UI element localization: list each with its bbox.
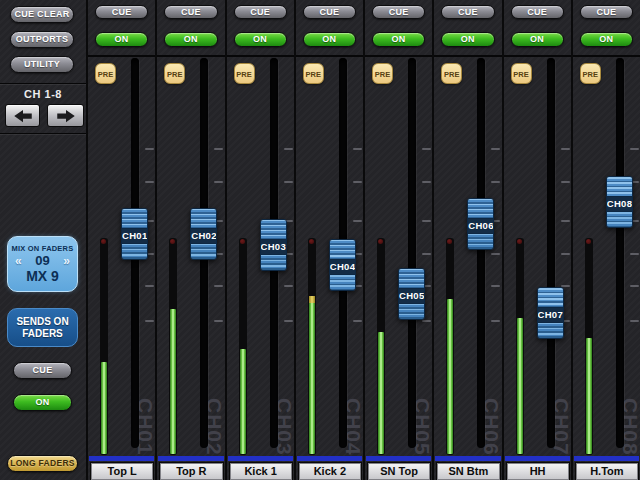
utility-button[interactable]: UTILITY bbox=[10, 56, 74, 73]
cue-clear-button[interactable]: CUE CLEAR bbox=[10, 6, 74, 23]
pre-badge[interactable]: PRE bbox=[234, 63, 255, 84]
pre-badge[interactable]: PRE bbox=[303, 63, 324, 84]
mix-number: 09 bbox=[35, 253, 49, 268]
fader-handle[interactable]: CH04 bbox=[329, 239, 356, 291]
sends-on-faders-button[interactable]: SENDS ON FADERS bbox=[7, 308, 78, 347]
pre-badge[interactable]: PRE bbox=[441, 63, 462, 84]
channel-name[interactable]: Top R bbox=[160, 463, 222, 480]
fader-track[interactable] bbox=[547, 58, 555, 448]
meter-peak-led-icon bbox=[309, 239, 314, 244]
divider bbox=[365, 55, 432, 57]
fader-handle-ridges bbox=[330, 274, 355, 290]
channel-on-button[interactable]: ON bbox=[95, 32, 148, 47]
channel-cue-button[interactable]: CUE bbox=[95, 5, 148, 19]
sidebar: CUE CLEAR OUTPORTS UTILITY CH 1-8 MIX ON… bbox=[0, 0, 86, 480]
channel-name[interactable]: Kick 2 bbox=[299, 463, 361, 480]
channel-cue-button[interactable]: CUE bbox=[441, 5, 494, 19]
meter-peak-segment bbox=[309, 296, 315, 303]
divider bbox=[227, 55, 294, 57]
meter-peak-led-icon bbox=[170, 239, 175, 244]
channel-on-button[interactable]: ON bbox=[303, 32, 356, 47]
fader-track[interactable] bbox=[616, 58, 624, 448]
master-on-button[interactable]: ON bbox=[13, 394, 72, 411]
channel-color-bar bbox=[228, 456, 293, 461]
master-cue-button[interactable]: CUE bbox=[13, 362, 72, 379]
pre-badge[interactable]: PRE bbox=[580, 63, 601, 84]
meter-peak-led-icon bbox=[378, 239, 383, 244]
channel-strip: CUE ON PRE CH01 CH01 Top L bbox=[88, 0, 155, 480]
meter-fill bbox=[378, 332, 384, 454]
fader-track[interactable] bbox=[408, 58, 416, 448]
level-meter bbox=[308, 238, 316, 455]
meter-fill bbox=[170, 309, 176, 454]
fader-handle-label: CH07 bbox=[538, 308, 563, 322]
channel-color-bar bbox=[505, 456, 570, 461]
channel-strips: CUE ON PRE CH01 CH01 Top L CUE ON PRE CH… bbox=[88, 0, 640, 480]
channel-bank-label: CH 1-8 bbox=[0, 88, 86, 100]
mix-on-faders-panel[interactable]: MIX ON FADERS « 09 » MX 9 bbox=[7, 236, 78, 292]
meter-peak-led-icon bbox=[101, 239, 106, 244]
divider bbox=[504, 55, 571, 57]
fader-handle-label: CH05 bbox=[399, 289, 424, 303]
fader-handle-ridges bbox=[191, 243, 216, 259]
channel-cue-button[interactable]: CUE bbox=[234, 5, 287, 19]
channel-cue-button[interactable]: CUE bbox=[511, 5, 564, 19]
divider bbox=[296, 55, 363, 57]
fader-handle-ridges bbox=[261, 220, 286, 240]
channel-color-bar bbox=[89, 456, 154, 461]
channel-name[interactable]: HH bbox=[507, 463, 569, 480]
fader-handle[interactable]: CH05 bbox=[398, 268, 425, 320]
fader-handle-label: CH08 bbox=[607, 197, 632, 211]
divider bbox=[573, 55, 640, 57]
channel-on-button[interactable]: ON bbox=[580, 32, 633, 47]
channel-name[interactable]: Kick 1 bbox=[230, 463, 292, 480]
channel-name[interactable]: SN Top bbox=[368, 463, 430, 480]
channel-name[interactable]: H.Tom bbox=[576, 463, 638, 480]
fader-handle-ridges bbox=[261, 254, 286, 270]
pre-badge[interactable]: PRE bbox=[164, 63, 185, 84]
fader-handle[interactable]: CH07 bbox=[537, 287, 564, 339]
fader-handle-ridges bbox=[468, 199, 493, 219]
outports-button[interactable]: OUTPORTS bbox=[10, 31, 74, 48]
channel-cue-button[interactable]: CUE bbox=[303, 5, 356, 19]
pre-badge[interactable]: PRE bbox=[372, 63, 393, 84]
fader-handle[interactable]: CH01 bbox=[121, 208, 148, 260]
mix-next-icon[interactable]: » bbox=[63, 254, 70, 268]
mix-previous-icon[interactable]: « bbox=[15, 254, 22, 268]
channel-on-button[interactable]: ON bbox=[234, 32, 287, 47]
bank-previous-button[interactable] bbox=[5, 104, 40, 127]
channel-strip: CUE ON PRE CH04 CH04 Kick 2 bbox=[296, 0, 363, 480]
meter-peak-led-icon bbox=[240, 239, 245, 244]
fader-handle-ridges bbox=[538, 288, 563, 308]
channel-cue-button[interactable]: CUE bbox=[580, 5, 633, 19]
fader-handle-ridges bbox=[122, 243, 147, 259]
channel-name[interactable]: SN Btm bbox=[437, 463, 499, 480]
fader-handle[interactable]: CH02 bbox=[190, 208, 217, 260]
divider bbox=[88, 55, 155, 57]
pre-badge[interactable]: PRE bbox=[511, 63, 532, 84]
channel-cue-button[interactable]: CUE bbox=[164, 5, 217, 19]
fader-handle-label: CH01 bbox=[122, 229, 147, 243]
fader-handle-ridges bbox=[468, 233, 493, 249]
channel-name[interactable]: Top L bbox=[91, 463, 153, 480]
fader-track[interactable] bbox=[477, 58, 485, 448]
channel-on-button[interactable]: ON bbox=[511, 32, 564, 47]
pre-badge[interactable]: PRE bbox=[95, 63, 116, 84]
fader-handle-label: CH06 bbox=[468, 219, 493, 233]
channel-strip: CUE ON PRE CH07 CH07 HH bbox=[504, 0, 571, 480]
bank-next-button[interactable] bbox=[47, 104, 84, 127]
channel-color-bar bbox=[158, 456, 223, 461]
fader-handle-ridges bbox=[191, 209, 216, 229]
channel-on-button[interactable]: ON bbox=[441, 32, 494, 47]
channel-cue-button[interactable]: CUE bbox=[372, 5, 425, 19]
fader-handle[interactable]: CH03 bbox=[260, 219, 287, 271]
channel-on-button[interactable]: ON bbox=[164, 32, 217, 47]
channel-color-bar bbox=[366, 456, 431, 461]
fader-handle-label: CH04 bbox=[330, 260, 355, 274]
meter-peak-led-icon bbox=[586, 239, 591, 244]
divider bbox=[0, 133, 86, 134]
fader-handle[interactable]: CH06 bbox=[467, 198, 494, 250]
long-faders-button[interactable]: LONG FADERS bbox=[7, 455, 78, 472]
channel-on-button[interactable]: ON bbox=[372, 32, 425, 47]
fader-handle[interactable]: CH08 bbox=[606, 176, 633, 228]
